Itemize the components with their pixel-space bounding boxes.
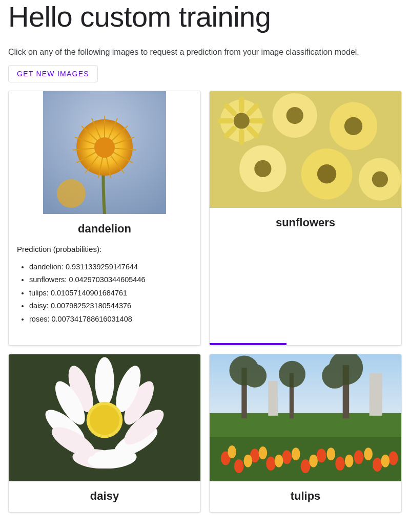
page-title: Hello custom training: [8, 0, 402, 33]
svg-point-72: [282, 450, 292, 464]
svg-point-86: [345, 455, 354, 467]
prediction-item: dandelion: 0.9311339259147644: [29, 261, 192, 273]
prediction-item: daisy: 0.007982523180544376: [29, 300, 192, 312]
get-new-images-button[interactable]: GET NEW IMAGES: [8, 65, 98, 82]
prediction-heading: Prediction (probabilities):: [17, 245, 192, 253]
prediction-list: dandelion: 0.9311339259147644 sunflowers…: [17, 261, 192, 326]
svg-rect-67: [268, 381, 278, 416]
svg-point-17: [94, 137, 115, 158]
svg-point-80: [243, 455, 252, 467]
svg-point-39: [372, 172, 388, 187]
prediction-item: sunflowers: 0.04297030344605446: [29, 273, 192, 286]
prediction-block: Prediction (probabilities): dandelion: 0…: [9, 245, 200, 336]
svg-rect-57: [210, 437, 401, 481]
svg-point-75: [335, 457, 345, 471]
image-card-tulips[interactable]: tulips: [209, 354, 402, 513]
card-title-tulips: tulips: [210, 481, 401, 512]
svg-point-42: [95, 357, 114, 407]
image-grid: dandelion Prediction (probabilities): da…: [8, 91, 402, 513]
svg-point-87: [364, 448, 373, 460]
svg-point-79: [228, 445, 236, 458]
svg-point-64: [322, 363, 347, 389]
svg-point-35: [254, 160, 271, 177]
svg-point-74: [317, 449, 326, 462]
card-title-sunflowers: sunflowers: [210, 208, 401, 239]
image-card-sunflowers[interactable]: sunflowers: [209, 91, 402, 346]
svg-point-37: [317, 164, 336, 183]
svg-point-73: [301, 459, 311, 473]
prediction-item: roses: 0.007341788616031408: [29, 313, 192, 326]
loading-progress-fill: [210, 343, 286, 345]
svg-point-65: [279, 361, 305, 388]
image-dandelion: [9, 91, 200, 214]
card-title-dandelion: dandelion: [9, 214, 200, 245]
svg-point-76: [354, 450, 364, 464]
svg-point-83: [292, 448, 300, 460]
svg-point-31: [286, 107, 303, 124]
svg-point-62: [243, 364, 266, 388]
image-card-daisy[interactable]: daisy: [8, 354, 201, 513]
image-card-dandelion[interactable]: dandelion Prediction (probabilities): da…: [8, 91, 201, 346]
svg-point-82: [275, 455, 283, 467]
svg-point-78: [388, 451, 398, 465]
svg-point-71: [266, 457, 276, 471]
svg-point-84: [309, 455, 318, 467]
instructions-text: Click on any of the following images to …: [8, 48, 402, 57]
svg-point-69: [234, 459, 244, 473]
svg-point-85: [327, 448, 336, 460]
image-sunflowers: [210, 91, 401, 208]
image-daisy: [9, 354, 200, 481]
prediction-item: tulips: 0.01057140901684761: [29, 287, 192, 300]
svg-point-18: [57, 179, 86, 208]
svg-point-33: [344, 117, 362, 135]
svg-rect-66: [370, 373, 382, 416]
image-tulips: [210, 354, 401, 481]
svg-point-77: [373, 458, 382, 472]
card-title-daisy: daisy: [9, 481, 200, 512]
svg-point-88: [381, 455, 390, 467]
loading-progress: [210, 343, 401, 345]
svg-point-81: [259, 446, 268, 459]
svg-point-54: [90, 405, 119, 435]
